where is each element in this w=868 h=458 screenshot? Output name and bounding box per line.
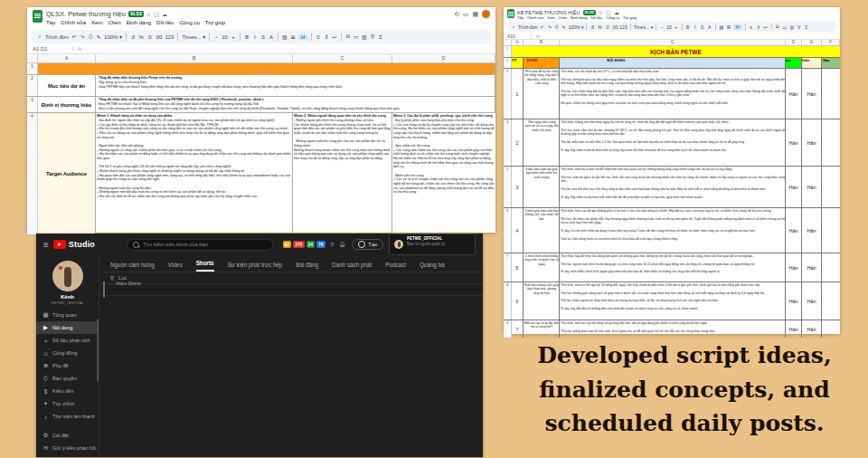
cell-hook[interactable]: Nuôi mèo đúng cách giúp bạn thoải mái, p… <box>524 282 560 320</box>
italic-icon[interactable]: I <box>252 34 258 40</box>
undo-icon[interactable]: ↶ <box>71 33 77 40</box>
cell-nguoi-thuc-hien[interactable]: Hân <box>802 119 822 166</box>
cell-noi-dung[interactable]: Thứ nhất, mèo có thể ngủ tới 16 tiếng mỗ… <box>560 282 786 320</box>
corner-cell[interactable] <box>27 54 38 62</box>
zoom-control[interactable]: 100% ▾ <box>569 24 584 30</box>
cell-hook[interactable]: Mèo tai cụp có gì đặc biệt mà ai cũng mê… <box>524 320 560 338</box>
increase-decimal-icon[interactable]: .00 <box>611 24 618 30</box>
cell-target-audience[interactable]: Target Audience <box>38 113 96 234</box>
row-header[interactable]: 4 <box>504 119 512 166</box>
percent-format-icon[interactable]: % <box>138 34 144 40</box>
column-header-D[interactable]: D <box>392 54 495 62</box>
menu-item-2[interactable]: Xem <box>91 20 102 25</box>
sidebar-item-monetization[interactable]: $Kiếm tiền <box>36 385 99 397</box>
row-header[interactable]: 5 <box>504 167 512 207</box>
menu-search-icon[interactable]: ⌕ <box>511 24 516 30</box>
cell-stt[interactable]: 1 <box>512 69 524 119</box>
decrease-decimal-icon[interactable]: .0 <box>604 24 609 30</box>
cell-nguoi-thuc-hien[interactable]: Hân <box>802 167 822 207</box>
sidebar-scrollbar[interactable] <box>97 319 99 382</box>
row-header[interactable]: 2 <box>504 58 512 68</box>
row-header[interactable]: 2 <box>27 75 38 96</box>
doc-title[interactable]: QLSX. Petwe thương hiệu <box>46 10 126 18</box>
horizontal-align-icon[interactable]: ≡ <box>749 24 754 30</box>
menu-item-3[interactable]: Chèn <box>559 15 568 20</box>
redo-icon[interactable]: ↷ <box>547 24 552 30</box>
insert-link-icon[interactable]: ⧉ <box>775 24 780 30</box>
increase-decimal-icon[interactable]: .00 <box>155 34 162 40</box>
column-header-B[interactable]: B <box>96 54 293 62</box>
tab-0[interactable]: Nguồn cảm hứng <box>110 262 155 272</box>
tab-7[interactable]: Quảng bá <box>420 262 445 272</box>
select-all-checkbox[interactable] <box>103 281 105 298</box>
cell-stt[interactable]: 5 <box>512 253 524 281</box>
text-wrap-icon[interactable]: ↩ <box>763 24 769 30</box>
paint-format-icon[interactable]: ✎ <box>96 33 101 40</box>
print-icon[interactable]: ⎙ <box>88 33 93 40</box>
cell-nguoi-lam[interactable]: Hân <box>786 253 802 281</box>
cell-stt[interactable]: 2 <box>512 119 524 166</box>
notifications-bell-icon[interactable]: 🕭 <box>339 241 346 249</box>
italic-icon[interactable]: I <box>693 24 698 30</box>
cell-noi-dung[interactable]: Thứ nhất, chỉ cần nhiệt độ trên 37°C, cơ… <box>560 69 786 119</box>
tab-2[interactable]: Shorts <box>196 260 214 272</box>
menu-item-0[interactable]: Tệp <box>517 15 524 20</box>
cell-nguoi-lam[interactable]: Hân <box>786 69 802 119</box>
cell-nguoi-lam[interactable]: Hân <box>786 208 802 253</box>
menu-icon[interactable]: ≡ <box>43 240 49 250</box>
column-header-C[interactable]: C <box>293 54 392 62</box>
orange-banner-cell[interactable]: … <box>38 63 495 74</box>
doc-title[interactable]: KB PETWE THƯƠNG HIỆU <box>517 10 580 15</box>
cell-stt[interactable]: 6 <box>512 282 524 320</box>
name-box[interactable]: A10 <box>504 33 532 39</box>
history-icon[interactable]: ⟲ <box>454 11 459 18</box>
horizontal-align-icon[interactable]: ≡ <box>316 34 321 40</box>
sidebar-item-copyright[interactable]: ©Bản quyền <box>36 372 99 385</box>
sidebar-item-community[interactable]: ☺Cộng đồng <box>36 347 99 359</box>
column-header-B[interactable]: B <box>524 40 560 45</box>
zoom-control[interactable]: 100% ▾ <box>104 33 122 40</box>
header-noi-dung[interactable]: NỘI DUNG <box>560 58 786 68</box>
menu-item-4[interactable]: Định dạng <box>571 15 587 20</box>
header-stt[interactable]: STT <box>512 58 524 68</box>
redo-icon[interactable]: ↷ <box>80 33 85 40</box>
row-header[interactable]: 3 <box>27 97 38 112</box>
cloud-status-icon[interactable]: ☁ <box>162 11 167 17</box>
kich-ban-banner-cell[interactable]: KỊCH BẢN PETWE <box>512 46 840 57</box>
menu-item-0[interactable]: Tệp <box>46 20 55 25</box>
merge-cells-icon[interactable]: H <box>733 24 742 30</box>
row-header[interactable]: 3 <box>504 69 512 119</box>
menu-item-2[interactable]: Xem <box>547 15 554 20</box>
font-size-control[interactable]: 10 <box>222 34 228 40</box>
borders-icon[interactable]: ⊞ <box>726 24 731 30</box>
sidebar-item-content[interactable]: ▶Nội dung <box>36 321 99 334</box>
move-folder-icon[interactable]: ▢ <box>606 9 611 15</box>
strikethrough-icon[interactable]: S <box>700 24 705 30</box>
menu-item-3[interactable]: Chèn <box>108 20 120 25</box>
cell-nguoi-thuc-hien[interactable]: Hân <box>802 208 822 253</box>
decrease-font-size-icon[interactable]: − <box>659 24 665 30</box>
tab-3[interactable]: Sự kiện phát trực tiếp <box>228 262 283 272</box>
row-header[interactable]: 4 <box>27 113 38 234</box>
header-video-shorts[interactable]: Video Shorts <box>116 281 479 298</box>
cell-han[interactable] <box>822 119 840 166</box>
menu-item-6[interactable]: Công cụ <box>606 15 619 20</box>
insert-comment-icon[interactable]: ▭ <box>354 33 359 40</box>
bold-icon[interactable]: B <box>244 34 250 40</box>
currency-format-icon[interactable]: đ <box>590 24 595 30</box>
undo-icon[interactable]: ↶ <box>540 24 545 30</box>
percent-format-icon[interactable]: % <box>597 24 602 30</box>
column-header-C[interactable]: C <box>560 40 786 45</box>
cell-nguoi-lam[interactable]: Hân <box>786 320 802 338</box>
menu-item-5[interactable]: Dữ liệu <box>156 20 174 25</box>
header-nguoi-thuc-hien[interactable]: Người thực hiện <box>802 58 822 68</box>
comments-icon[interactable]: ▭ <box>463 11 469 18</box>
cell-hook[interactable]: 99% mèo dễ bị sốc nhiệt khi nắng nóng, h… <box>524 69 560 119</box>
tab-1[interactable]: Video <box>168 262 183 272</box>
meet-icon[interactable]: ▦ <box>472 11 478 18</box>
increase-font-size-icon[interactable]: + <box>231 34 236 40</box>
cell-hook[interactable]: 2 mẹo khiến mèo không chạy trốn và quấn … <box>524 253 560 281</box>
menu-item-1[interactable]: Chỉnh sửa <box>527 15 543 20</box>
merge-cells-icon[interactable]: H <box>298 34 307 40</box>
column-header-A[interactable]: A <box>38 54 96 62</box>
